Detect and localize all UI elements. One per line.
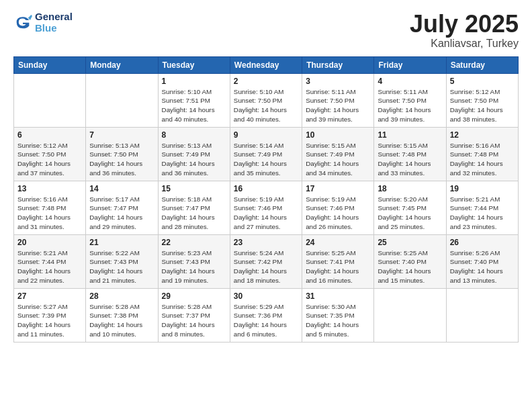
day-number: 18 [378, 184, 442, 193]
day-number: 3 [306, 77, 370, 86]
day-info: Sunrise: 5:13 AM Sunset: 7:50 PM Dayligh… [89, 141, 154, 178]
day-info: Sunrise: 5:10 AM Sunset: 7:51 PM Dayligh… [162, 87, 226, 124]
day-number: 2 [234, 77, 298, 86]
table-row [86, 73, 158, 127]
logo: General Blue [13, 11, 73, 34]
day-number: 10 [306, 130, 370, 140]
table-row: 22Sunrise: 5:23 AM Sunset: 7:43 PM Dayli… [158, 234, 230, 288]
day-number: 20 [17, 238, 82, 247]
table-row: 4Sunrise: 5:11 AM Sunset: 7:50 PM Daylig… [374, 73, 446, 127]
day-info: Sunrise: 5:17 AM Sunset: 7:47 PM Dayligh… [89, 195, 154, 232]
logo-icon [13, 13, 32, 32]
day-info: Sunrise: 5:19 AM Sunset: 7:46 PM Dayligh… [306, 195, 370, 232]
day-number: 8 [162, 130, 226, 140]
table-row: 11Sunrise: 5:15 AM Sunset: 7:48 PM Dayli… [374, 127, 446, 181]
table-row: 9Sunrise: 5:14 AM Sunset: 7:49 PM Daylig… [230, 127, 302, 181]
day-info: Sunrise: 5:12 AM Sunset: 7:50 PM Dayligh… [450, 87, 515, 124]
table-row: 27Sunrise: 5:27 AM Sunset: 7:39 PM Dayli… [14, 288, 86, 342]
table-row: 25Sunrise: 5:25 AM Sunset: 7:40 PM Dayli… [374, 234, 446, 288]
day-info: Sunrise: 5:16 AM Sunset: 7:48 PM Dayligh… [17, 195, 82, 232]
day-info: Sunrise: 5:25 AM Sunset: 7:41 PM Dayligh… [306, 248, 370, 285]
table-row: 28Sunrise: 5:28 AM Sunset: 7:38 PM Dayli… [86, 288, 158, 342]
table-row: 5Sunrise: 5:12 AM Sunset: 7:50 PM Daylig… [446, 73, 518, 127]
day-info: Sunrise: 5:28 AM Sunset: 7:38 PM Dayligh… [89, 302, 154, 339]
day-info: Sunrise: 5:10 AM Sunset: 7:50 PM Dayligh… [234, 87, 298, 124]
table-row: 13Sunrise: 5:16 AM Sunset: 7:48 PM Dayli… [14, 181, 86, 234]
calendar-week-row: 6Sunrise: 5:12 AM Sunset: 7:50 PM Daylig… [14, 127, 519, 181]
logo-text: General Blue [35, 11, 73, 34]
day-info: Sunrise: 5:24 AM Sunset: 7:42 PM Dayligh… [234, 248, 298, 285]
day-number: 25 [378, 238, 442, 247]
day-info: Sunrise: 5:30 AM Sunset: 7:35 PM Dayligh… [306, 302, 370, 339]
calendar-header-row: Sunday Monday Tuesday Wednesday Thursday… [14, 56, 519, 73]
table-row: 30Sunrise: 5:29 AM Sunset: 7:36 PM Dayli… [230, 288, 302, 342]
day-number: 28 [89, 291, 154, 301]
day-number: 30 [234, 291, 298, 301]
day-info: Sunrise: 5:27 AM Sunset: 7:39 PM Dayligh… [17, 302, 82, 339]
day-info: Sunrise: 5:20 AM Sunset: 7:45 PM Dayligh… [378, 195, 442, 232]
table-row: 20Sunrise: 5:21 AM Sunset: 7:44 PM Dayli… [14, 234, 86, 288]
day-info: Sunrise: 5:19 AM Sunset: 7:46 PM Dayligh… [234, 195, 298, 232]
day-number: 15 [162, 184, 226, 193]
day-number: 5 [450, 77, 515, 86]
header-sunday: Sunday [14, 56, 86, 73]
day-number: 9 [234, 130, 298, 140]
day-info: Sunrise: 5:29 AM Sunset: 7:36 PM Dayligh… [234, 302, 298, 339]
header-saturday: Saturday [446, 56, 518, 73]
table-row: 23Sunrise: 5:24 AM Sunset: 7:42 PM Dayli… [230, 234, 302, 288]
header-wednesday: Wednesday [230, 56, 302, 73]
day-info: Sunrise: 5:13 AM Sunset: 7:49 PM Dayligh… [162, 141, 226, 178]
table-row: 31Sunrise: 5:30 AM Sunset: 7:35 PM Dayli… [302, 288, 374, 342]
table-row [14, 73, 86, 127]
header-thursday: Thursday [302, 56, 374, 73]
day-number: 16 [234, 184, 298, 193]
day-number: 22 [162, 238, 226, 247]
calendar-week-row: 20Sunrise: 5:21 AM Sunset: 7:44 PM Dayli… [14, 234, 519, 288]
day-info: Sunrise: 5:25 AM Sunset: 7:40 PM Dayligh… [378, 248, 442, 285]
header-tuesday: Tuesday [158, 56, 230, 73]
day-info: Sunrise: 5:18 AM Sunset: 7:47 PM Dayligh… [162, 195, 226, 232]
title-block: July 2025 Kanliavsar, Turkey [410, 11, 519, 50]
day-number: 23 [234, 238, 298, 247]
day-info: Sunrise: 5:28 AM Sunset: 7:37 PM Dayligh… [162, 302, 226, 339]
day-info: Sunrise: 5:12 AM Sunset: 7:50 PM Dayligh… [17, 141, 82, 178]
table-row: 2Sunrise: 5:10 AM Sunset: 7:50 PM Daylig… [230, 73, 302, 127]
svg-rect-0 [13, 13, 32, 32]
day-number: 24 [306, 238, 370, 247]
table-row: 24Sunrise: 5:25 AM Sunset: 7:41 PM Dayli… [302, 234, 374, 288]
table-row: 1Sunrise: 5:10 AM Sunset: 7:51 PM Daylig… [158, 73, 230, 127]
table-row [374, 288, 446, 342]
day-info: Sunrise: 5:11 AM Sunset: 7:50 PM Dayligh… [306, 87, 370, 124]
day-info: Sunrise: 5:14 AM Sunset: 7:49 PM Dayligh… [234, 141, 298, 178]
day-number: 1 [162, 77, 226, 86]
table-row: 15Sunrise: 5:18 AM Sunset: 7:47 PM Dayli… [158, 181, 230, 234]
day-number: 7 [89, 130, 154, 140]
day-number: 11 [378, 130, 442, 140]
header-friday: Friday [374, 56, 446, 73]
header: General Blue July 2025 Kanliavsar, Turke… [13, 11, 519, 50]
day-info: Sunrise: 5:21 AM Sunset: 7:44 PM Dayligh… [450, 195, 515, 232]
month-title: July 2025 [410, 11, 519, 38]
day-number: 6 [17, 130, 82, 140]
day-number: 12 [450, 130, 515, 140]
day-number: 13 [17, 184, 82, 193]
day-number: 4 [378, 77, 442, 86]
page: General Blue July 2025 Kanliavsar, Turke… [0, 0, 532, 411]
day-number: 19 [450, 184, 515, 193]
calendar-week-row: 13Sunrise: 5:16 AM Sunset: 7:48 PM Dayli… [14, 181, 519, 234]
table-row: 17Sunrise: 5:19 AM Sunset: 7:46 PM Dayli… [302, 181, 374, 234]
table-row: 16Sunrise: 5:19 AM Sunset: 7:46 PM Dayli… [230, 181, 302, 234]
day-number: 14 [89, 184, 154, 193]
day-number: 21 [89, 238, 154, 247]
table-row: 3Sunrise: 5:11 AM Sunset: 7:50 PM Daylig… [302, 73, 374, 127]
day-info: Sunrise: 5:16 AM Sunset: 7:48 PM Dayligh… [450, 141, 515, 178]
calendar-body: 1Sunrise: 5:10 AM Sunset: 7:51 PM Daylig… [14, 73, 519, 342]
table-row [446, 288, 518, 342]
table-row: 14Sunrise: 5:17 AM Sunset: 7:47 PM Dayli… [86, 181, 158, 234]
table-row: 10Sunrise: 5:15 AM Sunset: 7:49 PM Dayli… [302, 127, 374, 181]
day-info: Sunrise: 5:11 AM Sunset: 7:50 PM Dayligh… [378, 87, 442, 124]
table-row: 7Sunrise: 5:13 AM Sunset: 7:50 PM Daylig… [86, 127, 158, 181]
header-monday: Monday [86, 56, 158, 73]
table-row: 26Sunrise: 5:26 AM Sunset: 7:40 PM Dayli… [446, 234, 518, 288]
table-row: 8Sunrise: 5:13 AM Sunset: 7:49 PM Daylig… [158, 127, 230, 181]
